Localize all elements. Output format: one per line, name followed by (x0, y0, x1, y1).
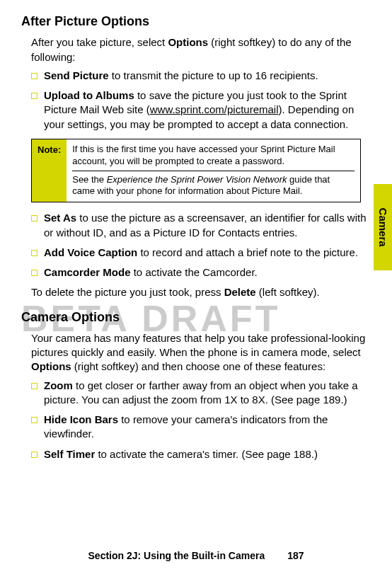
list-item: Self Timer to activate the camera's time… (31, 447, 371, 461)
list-item: Camcorder Mode to activate the Camcorder… (31, 265, 371, 280)
options-list-1: Send Picture to transmit the picture to … (31, 69, 371, 132)
note-label: Note: (32, 139, 67, 202)
heading-after-picture-options: After Picture Options (21, 13, 371, 30)
list-item: Upload to Albums to save the picture you… (31, 88, 371, 132)
delete-instruction: To delete the picture you just took, pre… (31, 285, 371, 299)
list-item: Set As to use the picture as a screensav… (31, 211, 371, 240)
list-item: Hide Icon Bars to remove your camera's i… (31, 413, 371, 442)
list-item: Add Voice Caption to record and attach a… (31, 246, 371, 260)
note-content: If this is the first time you have acces… (67, 139, 360, 202)
intro-paragraph-1: After you take picture, select Options (… (31, 35, 371, 64)
page-content: After Picture Options After you take pic… (21, 13, 371, 461)
note-box: Note: If this is the first time you have… (31, 139, 361, 203)
heading-camera-options: Camera Options (21, 309, 371, 326)
footer-section: Section 2J: Using the Built-in Camera (88, 550, 265, 561)
note-divider (72, 171, 354, 171)
side-tab: Camera (374, 184, 392, 270)
intro-paragraph-2: Your camera has many features that help … (31, 331, 371, 374)
list-item: Send Picture to transmit the picture to … (31, 69, 371, 83)
side-tab-label: Camera (376, 207, 390, 246)
list-item: Zoom to get closer or farther away from … (31, 379, 371, 408)
page-footer: Section 2J: Using the Built-in Camera 18… (0, 549, 392, 563)
options-list-2: Set As to use the picture as a screensav… (31, 211, 371, 280)
options-list-3: Zoom to get closer or farther away from … (31, 379, 371, 461)
footer-page-number: 187 (287, 550, 304, 561)
